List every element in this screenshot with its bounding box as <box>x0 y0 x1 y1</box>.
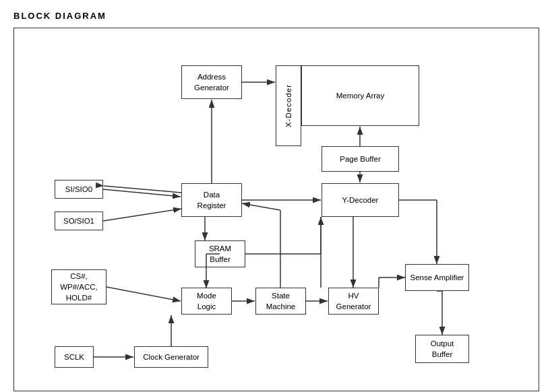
svg-line-21 <box>104 186 181 193</box>
svg-line-20 <box>103 189 181 197</box>
state-machine-block: StateMachine <box>255 288 306 315</box>
sram-buffer-block: SRAMBuffer <box>195 240 245 267</box>
address-generator-block: AddressGenerator <box>181 65 242 99</box>
page-buffer-block: Page Buffer <box>322 146 399 172</box>
page: BLOCK DIAGRAM AddressGenerator X-Decoder… <box>0 0 550 392</box>
sense-amplifier-block: Sense Amplifier <box>405 264 469 291</box>
output-buffer-block: OutputBuffer <box>415 335 469 363</box>
block-diagram: AddressGenerator X-Decoder Memory Array … <box>13 28 539 391</box>
svg-line-23 <box>106 287 181 301</box>
si-sio0-block: SI/SIO0 <box>55 180 103 199</box>
hv-generator-block: HVGenerator <box>328 288 379 315</box>
x-decoder-label: X-Decoder <box>283 84 294 127</box>
page-title: BLOCK DIAGRAM <box>13 11 537 21</box>
svg-line-22 <box>103 209 181 221</box>
x-decoder-block: X-Decoder <box>276 65 301 146</box>
sclk-block: SCLK <box>55 346 94 368</box>
so-sio1-block: SO/SIO1 <box>55 211 103 230</box>
clock-generator-block: Clock Generator <box>134 346 208 368</box>
svg-line-29 <box>242 203 280 210</box>
data-register-block: DataRegister <box>181 183 242 217</box>
mode-logic-block: ModeLogic <box>181 288 232 315</box>
memory-array-block: Memory Array <box>301 65 419 126</box>
cs-wp-hold-block: CS#,WP#/ACC,HOLD# <box>51 269 106 304</box>
y-decoder-block: Y-Decoder <box>322 183 399 217</box>
